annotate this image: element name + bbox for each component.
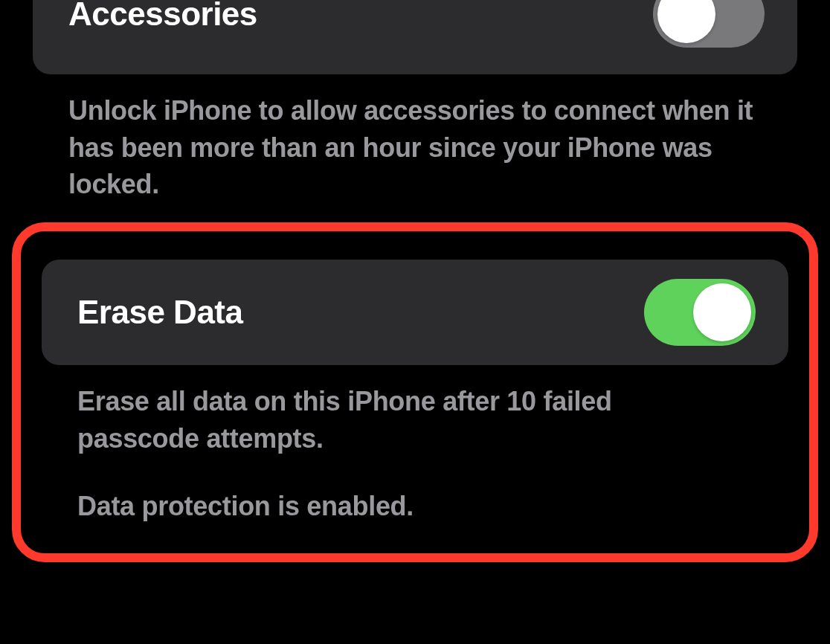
accessories-toggle[interactable] — [653, 0, 765, 48]
erase-data-footer-line2: Data protection is enabled. — [77, 488, 729, 525]
erase-data-highlight: Erase Data Erase all data on this iPhone… — [12, 222, 818, 562]
erase-data-card: Erase Data — [42, 260, 788, 365]
accessories-row[interactable]: Accessories — [33, 0, 797, 74]
accessories-section: Accessories Unlock iPhone to allow acces… — [33, 0, 797, 203]
erase-data-row[interactable]: Erase Data — [42, 260, 788, 365]
toggle-knob-icon — [693, 283, 751, 341]
erase-data-footer-line1: Erase all data on this iPhone after 10 f… — [77, 383, 729, 457]
erase-data-footer: Erase all data on this iPhone after 10 f… — [42, 365, 788, 525]
accessories-card: Accessories — [33, 0, 797, 74]
erase-data-title: Erase Data — [77, 294, 242, 331]
accessories-title: Accessories — [68, 0, 257, 33]
erase-data-toggle[interactable] — [644, 279, 756, 346]
toggle-knob-icon — [657, 0, 715, 43]
accessories-footer: Unlock iPhone to allow accessories to co… — [33, 74, 797, 203]
